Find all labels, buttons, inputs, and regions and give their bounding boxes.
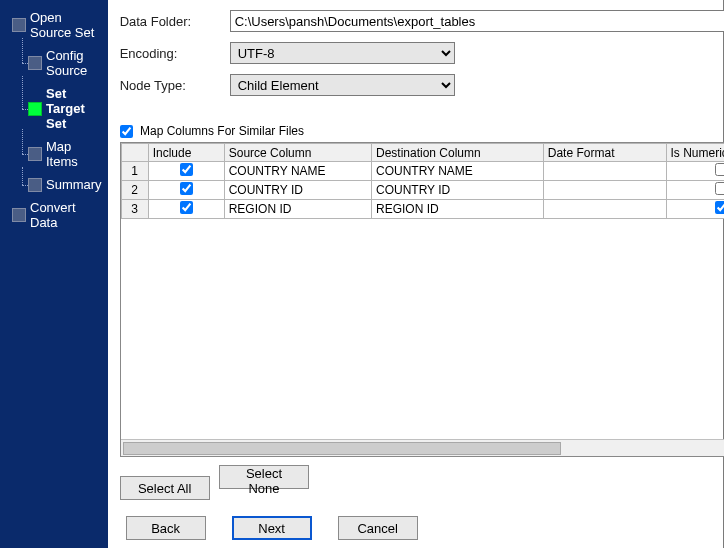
destination-column-cell[interactable]: COUNTRY NAME bbox=[371, 162, 543, 181]
encoding-label: Encoding: bbox=[120, 46, 230, 61]
encoding-select[interactable]: UTF-8 bbox=[230, 42, 455, 64]
destination-column-cell[interactable]: COUNTRY ID bbox=[371, 181, 543, 200]
row-number: 3 bbox=[121, 200, 148, 219]
map-similar-text: Map Columns For Similar Files bbox=[140, 124, 304, 138]
cancel-button[interactable]: Cancel bbox=[338, 516, 418, 540]
back-button[interactable]: Back bbox=[126, 516, 206, 540]
step-current-icon bbox=[28, 102, 42, 116]
wizard-content: Data Folder: Encoding: UTF-8 Node Type: … bbox=[108, 0, 724, 548]
step-icon bbox=[28, 147, 42, 161]
data-folder-input[interactable] bbox=[230, 10, 724, 32]
date-format-cell[interactable] bbox=[543, 181, 666, 200]
include-checkbox[interactable] bbox=[180, 201, 193, 214]
is-numeric-checkbox[interactable] bbox=[715, 182, 724, 195]
node-type-select[interactable]: Child Element bbox=[230, 74, 455, 96]
destination-column-cell[interactable]: REGION ID bbox=[371, 200, 543, 219]
next-button[interactable]: Next bbox=[232, 516, 312, 540]
wizard-step[interactable]: Config Source bbox=[0, 44, 108, 82]
columns-grid: Include Source Column Destination Column… bbox=[120, 142, 724, 456]
wizard-step-label: Config Source bbox=[46, 48, 102, 78]
wizard-step-label: Open Source Set bbox=[30, 10, 102, 40]
date-format-cell[interactable] bbox=[543, 162, 666, 181]
step-icon bbox=[28, 178, 42, 192]
table-row[interactable]: 2COUNTRY IDCOUNTRY ID bbox=[121, 181, 724, 200]
step-icon bbox=[12, 208, 26, 222]
is-numeric-checkbox[interactable] bbox=[715, 163, 724, 176]
node-type-label: Node Type: bbox=[120, 78, 230, 93]
col-header-destination[interactable]: Destination Column bbox=[371, 144, 543, 162]
step-icon bbox=[12, 18, 26, 32]
select-all-button[interactable]: Select All bbox=[120, 476, 210, 500]
col-header-include[interactable]: Include bbox=[148, 144, 224, 162]
wizard-step-label: Set Target Set bbox=[46, 86, 102, 131]
select-none-button[interactable]: Select None bbox=[219, 465, 309, 489]
data-folder-label: Data Folder: bbox=[120, 14, 230, 29]
col-header-rownum[interactable] bbox=[121, 144, 148, 162]
table-row[interactable]: 1COUNTRY NAMECOUNTRY NAME bbox=[121, 162, 724, 181]
wizard-step-label: Convert Data bbox=[30, 200, 102, 230]
include-checkbox[interactable] bbox=[180, 182, 193, 195]
date-format-cell[interactable] bbox=[543, 200, 666, 219]
columns-table[interactable]: Include Source Column Destination Column… bbox=[121, 143, 724, 219]
col-header-source[interactable]: Source Column bbox=[224, 144, 371, 162]
col-header-is-numeric[interactable]: Is Numeric bbox=[666, 144, 724, 162]
wizard-step[interactable]: Map Items bbox=[0, 135, 108, 173]
grid-horizontal-scrollbar[interactable]: ◀ ▶ bbox=[121, 439, 724, 456]
col-header-date-format[interactable]: Date Format bbox=[543, 144, 666, 162]
step-icon bbox=[28, 56, 42, 70]
include-checkbox[interactable] bbox=[180, 163, 193, 176]
is-numeric-checkbox[interactable] bbox=[715, 201, 724, 214]
map-similar-checkbox[interactable] bbox=[120, 125, 133, 138]
map-similar-checkbox-label[interactable]: Map Columns For Similar Files bbox=[120, 124, 304, 138]
wizard-step-label: Map Items bbox=[46, 139, 102, 169]
wizard-step[interactable]: Set Target Set bbox=[0, 82, 108, 135]
wizard-sidebar: Open Source SetConfig SourceSet Target S… bbox=[0, 0, 108, 548]
row-number: 1 bbox=[121, 162, 148, 181]
row-number: 2 bbox=[121, 181, 148, 200]
source-column-cell[interactable]: REGION ID bbox=[224, 200, 371, 219]
wizard-step[interactable]: Summary bbox=[0, 173, 108, 196]
wizard-step[interactable]: Open Source Set bbox=[0, 6, 108, 44]
source-column-cell[interactable]: COUNTRY ID bbox=[224, 181, 371, 200]
wizard-step[interactable]: Convert Data bbox=[0, 196, 108, 234]
wizard-step-label: Summary bbox=[46, 177, 102, 192]
scroll-thumb[interactable] bbox=[123, 442, 561, 455]
source-column-cell[interactable]: COUNTRY NAME bbox=[224, 162, 371, 181]
table-row[interactable]: 3REGION IDREGION ID bbox=[121, 200, 724, 219]
